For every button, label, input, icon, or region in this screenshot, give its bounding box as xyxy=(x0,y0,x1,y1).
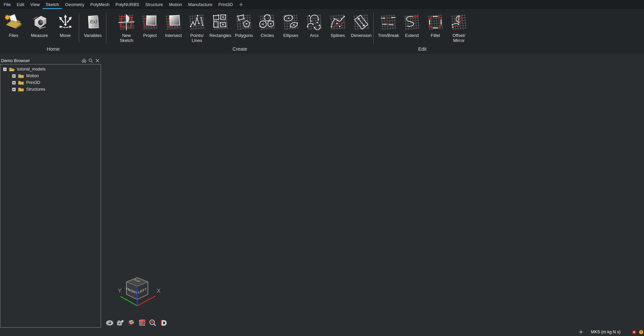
tree-item-label: Structures xyxy=(26,87,45,92)
ribbon-button-label: Arcs xyxy=(310,33,319,38)
axis-label-y: Y xyxy=(118,288,121,294)
menu-item-view[interactable]: View xyxy=(27,0,43,9)
variables-icon: f(x) xyxy=(84,13,102,31)
perspective-d-icon[interactable] xyxy=(159,319,167,327)
ribbon-button-new-sketch[interactable]: New Sketch xyxy=(115,13,138,43)
ribbon-button-label: Move xyxy=(60,33,71,38)
tree-plus-icon[interactable] xyxy=(12,81,16,85)
ribbon-button-label: Measure xyxy=(31,33,48,38)
ribbon-button-label: Rectangles xyxy=(209,33,231,38)
tree-item-tutorial-models[interactable]: tutorial_models xyxy=(0,66,101,73)
menu-item-sketch[interactable]: Sketch xyxy=(43,0,62,9)
fillet-icon xyxy=(426,13,444,31)
tree-minus-icon[interactable] xyxy=(3,67,7,71)
browser-tree: tutorial_modelsMotionPrint3DStructures xyxy=(0,64,101,328)
svg-text:f(x): f(x) xyxy=(89,19,97,24)
menu-item-file[interactable]: File xyxy=(1,0,14,9)
ribbon-button-label: Fillet xyxy=(431,33,440,38)
ribbon-button-variables[interactable]: f(x)Variables xyxy=(80,13,106,38)
warning-badge-icon[interactable] xyxy=(639,330,643,334)
ribbon-button-label: Points/ Lines xyxy=(190,33,204,43)
trim-break-icon xyxy=(379,13,397,31)
ribbon-button-label: Ellipses xyxy=(283,33,299,38)
ribbon-button-rectangles[interactable]: Rectangles xyxy=(209,13,232,38)
ribbon-group-separator xyxy=(373,12,374,44)
circles-icon xyxy=(258,13,276,31)
menu-item-print3d[interactable]: Print3D xyxy=(215,0,236,9)
ribbon-button-intersect[interactable]: Intersect xyxy=(162,13,185,38)
files-icon xyxy=(5,13,23,31)
menu-item-polynurbs[interactable]: PolyNURBS xyxy=(112,0,142,9)
folder-closed-icon xyxy=(18,80,24,85)
ribbon-button-files[interactable]: Files xyxy=(1,13,26,38)
snap-target-icon[interactable] xyxy=(578,329,584,335)
tree-plus-icon[interactable] xyxy=(12,88,16,91)
ribbon-button-splines[interactable]: Splines xyxy=(326,13,350,38)
rectangles-icon xyxy=(211,13,229,31)
ribbon-button-trim-break[interactable]: Trim/Break xyxy=(377,13,400,38)
menu-item-manufacture[interactable]: Manufacture xyxy=(185,0,215,9)
ribbon-button-extend[interactable]: Extend xyxy=(400,13,424,38)
folder-closed-icon xyxy=(18,87,24,92)
section-plane-icon[interactable] xyxy=(127,319,135,327)
view-controls-toolbar xyxy=(106,319,167,327)
ribbon-button-label: Splines xyxy=(331,33,345,38)
ribbon-button-move[interactable]: Move xyxy=(52,13,78,38)
arcs-icon xyxy=(305,13,323,31)
ribbon-group-edit: Trim/BreakExtendFilletOffset/ MirrorEdit xyxy=(374,9,471,54)
ribbon-button-label: Variables xyxy=(84,33,102,38)
tree-item-motion[interactable]: Motion xyxy=(0,73,101,79)
plus-icon xyxy=(239,2,243,8)
ribbon-button-arcs[interactable]: Arcs xyxy=(303,13,326,38)
panel-title: Demo Browser xyxy=(1,58,80,63)
ribbon-button-fillet[interactable]: Fillet xyxy=(424,13,447,38)
tree-item-print3d[interactable]: Print3D xyxy=(0,79,101,86)
ribbon-button-label: Polygons xyxy=(235,33,253,38)
tree-plus-icon[interactable] xyxy=(12,74,16,78)
menu-item-polymesh[interactable]: PolyMesh xyxy=(87,0,112,9)
ellipses-icon xyxy=(282,13,300,31)
ribbon-group-label: Create xyxy=(107,46,373,54)
plane-axes-icon[interactable] xyxy=(138,319,146,327)
add-ribbon-tab-button[interactable] xyxy=(236,0,246,9)
ribbon-button-dimension[interactable]: Dimension xyxy=(350,13,373,38)
ribbon-button-measure[interactable]: Measure xyxy=(26,13,52,38)
visibility-eye-icon[interactable] xyxy=(106,319,114,327)
ribbon-button-ellipses[interactable]: Ellipses xyxy=(279,13,303,38)
ribbon-button-label: Trim/Break xyxy=(378,33,399,38)
folder-open-icon xyxy=(9,67,15,72)
ribbon-button-label: Dimension xyxy=(351,33,371,38)
ribbon-button-circles[interactable]: Circles xyxy=(256,13,279,38)
folder-closed-icon xyxy=(18,74,24,79)
snapshot-camera-icon[interactable] xyxy=(116,319,124,327)
error-badge-icon[interactable] xyxy=(632,330,636,334)
menu-item-motion[interactable]: Motion xyxy=(166,0,185,9)
binoculars-icon[interactable] xyxy=(82,58,87,63)
ribbon-button-label: Files xyxy=(9,33,18,38)
ribbon-group-label: Home xyxy=(1,46,106,54)
status-bar: MKS (m kg N s) xyxy=(578,329,643,335)
ribbon-button-project[interactable]: Project xyxy=(138,13,162,38)
view-cube[interactable]: Y X TOP FRONT LEFT xyxy=(116,273,163,309)
move-icon xyxy=(56,13,74,31)
ribbon-group-label: Edit xyxy=(374,46,471,54)
menu-item-geometry[interactable]: Geometry xyxy=(62,0,87,9)
tree-item-label: Print3D xyxy=(26,80,40,85)
dimension-icon xyxy=(352,13,370,31)
ribbon-button-points-lines[interactable]: Points/ Lines xyxy=(185,13,209,43)
units-selector[interactable]: MKS (m kg N s) xyxy=(591,330,621,334)
tree-item-structures[interactable]: Structures xyxy=(0,86,101,93)
menu-item-edit[interactable]: Edit xyxy=(14,0,27,9)
ribbon-button-label: Extend xyxy=(405,33,419,38)
ribbon-group-home: FilesMeasureMovef(x)VariablesHome xyxy=(1,9,106,54)
ribbon-button-label: New Sketch xyxy=(120,33,133,43)
menu-item-structure[interactable]: Structure xyxy=(142,0,166,9)
ribbon-button-offset-mirror[interactable]: Offset/ Mirror xyxy=(447,13,471,43)
ribbon-button-polygons[interactable]: Polygons xyxy=(232,13,256,38)
zoom-cube-icon[interactable] xyxy=(149,319,157,327)
splines-icon xyxy=(329,13,347,31)
ribbon-button-label: Circles xyxy=(261,33,274,38)
close-icon[interactable] xyxy=(95,58,100,63)
project-icon xyxy=(141,13,159,31)
search-icon[interactable] xyxy=(88,58,93,63)
